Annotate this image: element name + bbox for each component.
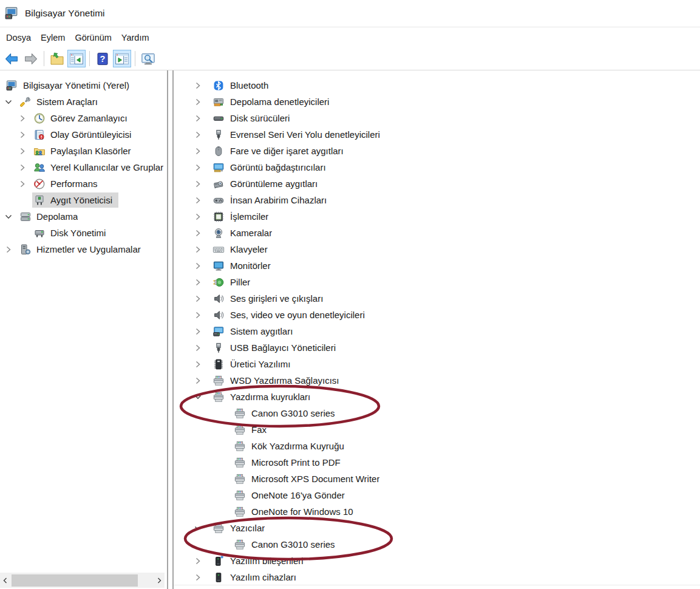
tree-item-monitorler[interactable]: Monitörler — [174, 257, 700, 274]
tree-item-uretici-yazilimi[interactable]: Üretici Yazılımı — [174, 356, 700, 372]
chevron-right-icon[interactable] — [19, 115, 32, 122]
tree-item-goruntu-bagdastiricilari[interactable]: Görüntü bağdaştırıcıları — [174, 159, 700, 175]
tree-item-gorev-zamanlayici[interactable]: Görev Zamanlayıcı — [0, 110, 167, 126]
toolbar-show-hide-console-tree-button[interactable] — [67, 50, 86, 67]
tree-item-onenote-for-windows-10[interactable]: OneNote for Windows 10 — [174, 503, 700, 520]
chevron-right-icon[interactable] — [194, 574, 211, 581]
tree-item-depolama-denetleyicileri[interactable]: Depolama denetleyicileri — [174, 94, 700, 110]
tree-item-yazicilar[interactable]: Yazıcılar — [174, 520, 700, 536]
services-applications-icon — [19, 243, 32, 256]
row-content: OneNote 16'ya Gönder — [233, 488, 351, 503]
chevron-right-icon[interactable] — [194, 213, 211, 220]
tree-item-label: Ses, video ve oyun denetleyicileri — [230, 310, 365, 320]
chevron-right-icon[interactable] — [194, 230, 211, 237]
chevron-down-icon[interactable] — [5, 98, 18, 106]
chevron-right-icon[interactable] — [194, 164, 211, 171]
tree-item-label: Klavyeler — [230, 244, 268, 254]
tree-item-usb-baglayici-yoneticileri[interactable]: USB Bağlayıcı Yöneticileri — [174, 339, 700, 356]
chevron-right-icon[interactable] — [194, 279, 211, 286]
tree-item-aygit-yoneticisi[interactable]: Aygıt Yöneticisi — [0, 192, 167, 208]
tree-item-wsd-yazdirma-saglayicisi[interactable]: WSD Yazdırma Sağlayıcısı — [174, 372, 700, 389]
chevron-right-icon[interactable] — [194, 377, 211, 384]
toolbar-show-hide-action-pane-button[interactable] — [113, 50, 131, 67]
chevron-down-icon[interactable] — [194, 393, 211, 401]
menu-bar: DosyaEylemGörünümYardım — [0, 27, 700, 47]
tree-item-fax[interactable]: Fax — [174, 421, 700, 438]
toolbar-forward-button[interactable] — [22, 50, 40, 67]
tree-item-kameralar[interactable]: Kameralar — [174, 225, 700, 241]
chevron-right-icon[interactable] — [194, 180, 211, 188]
chevron-right-icon[interactable] — [194, 197, 211, 204]
menu-gorunum[interactable]: Görünüm — [70, 29, 116, 47]
tree-item-paylasilan-klasorler[interactable]: Paylaşılan Klasörler — [0, 143, 167, 159]
tree-item-goruntuleme-aygitlari[interactable]: Görüntüleme aygıtları — [174, 175, 700, 192]
tree-item-olay-goruntuleyicisi[interactable]: Olay Görüntüleyicisi — [0, 126, 167, 143]
scroll-right-arrow-icon[interactable] — [154, 577, 165, 584]
chevron-right-icon[interactable] — [194, 115, 211, 122]
row-content: Evrensel Seri Veri Yolu denetleyicileri — [211, 127, 386, 142]
tree-item-depolama[interactable]: Depolama — [0, 208, 167, 225]
menu-eylem[interactable]: Eylem — [36, 29, 70, 47]
tree-item-canon-g3010-series[interactable]: Canon G3010 series — [174, 405, 700, 421]
tree-item-ses-video-ve-oyun-denetleyicileri[interactable]: Ses, video ve oyun denetleyicileri — [174, 307, 700, 323]
menu-dosya[interactable]: Dosya — [1, 29, 36, 47]
tree-item-ses-girisleri-ve-cikislari[interactable]: Ses girişleri ve çıkışları — [174, 290, 700, 307]
tree-item-disk-suruculeri[interactable]: Disk sürücüleri — [174, 110, 700, 126]
tree-item-canon-g3010-series[interactable]: Canon G3010 series — [174, 536, 700, 553]
toolbar-scan-hardware-changes-button[interactable] — [139, 50, 157, 67]
printer-icon — [234, 473, 246, 485]
chevron-right-icon[interactable] — [194, 262, 211, 270]
tree-item-hizmetler-ve-uygulamalar[interactable]: Hizmetler ve Uygulamalar — [0, 241, 167, 257]
chevron-right-icon[interactable] — [194, 295, 211, 302]
tree-item-performans[interactable]: Performans — [0, 175, 167, 192]
chevron-right-icon[interactable] — [194, 557, 211, 565]
tree-item-klavyeler[interactable]: Klavyeler — [174, 241, 700, 257]
chevron-right-icon[interactable] — [19, 164, 32, 171]
tree-item-yerel-kullanicilar-ve-gruplar[interactable]: Yerel Kullanıcılar ve Gruplar — [0, 159, 167, 175]
tree-item-piller[interactable]: Piller — [174, 274, 700, 290]
chevron-down-icon[interactable] — [5, 213, 18, 220]
chevron-right-icon[interactable] — [194, 361, 211, 368]
chevron-right-icon[interactable] — [194, 246, 211, 253]
tree-item-sistem-araclari[interactable]: Sistem Araçları — [0, 94, 167, 110]
tree-item-evrensel-seri-veri-yolu-denetleyicileri[interactable]: Evrensel Seri Veri Yolu denetleyicileri — [174, 126, 700, 143]
toolbar-help-button[interactable]: ? — [93, 50, 112, 67]
scroll-left-arrow-icon[interactable] — [0, 577, 11, 584]
chevron-right-icon[interactable] — [194, 328, 211, 335]
tree-item-yazilim-bilesenleri[interactable]: Yazılım bileşenleri — [174, 553, 700, 569]
chevron-right-icon[interactable] — [194, 312, 211, 319]
chevron-right-icon[interactable] — [194, 148, 211, 155]
tree-item-kok-yazdirma-kuyrugu[interactable]: Kök Yazdırma Kuyruğu — [174, 438, 700, 454]
tree-item-yazilim-cihazlari[interactable]: Yazılım cihazları — [174, 569, 700, 585]
tree-item-insan-arabirim-cihazlari[interactable]: İnsan Arabirim Cihazları — [174, 192, 700, 208]
tree-item-sistem-aygitlari[interactable]: Sistem aygıtları — [174, 323, 700, 339]
toolbar-back-button[interactable] — [2, 50, 21, 67]
toolbar-up-one-level-button[interactable] — [48, 50, 66, 67]
tree-item-fare-ve-diger-isaret-aygitlari[interactable]: Fare ve diğer işaret aygıtları — [174, 143, 700, 159]
chevron-right-icon[interactable] — [194, 131, 211, 138]
chevron-right-icon[interactable] — [19, 180, 32, 188]
chevron-right-icon[interactable] — [194, 344, 211, 352]
tree-item-onenote-16-ya-gonder[interactable]: OneNote 16'ya Gönder — [174, 487, 700, 503]
chevron-right-icon[interactable] — [194, 82, 211, 89]
audio-device-icon — [212, 293, 225, 305]
scrollbar-track[interactable] — [11, 573, 154, 588]
chevron-right-icon[interactable] — [19, 148, 32, 155]
chevron-right-icon[interactable] — [194, 98, 211, 106]
chevron-down-icon[interactable] — [194, 525, 211, 532]
menu-yardim[interactable]: Yardım — [117, 29, 154, 47]
scrollbar-thumb[interactable] — [12, 574, 138, 587]
tree-item-microsoft-xps-document-writer[interactable]: Microsoft XPS Document Writer — [174, 471, 700, 487]
chevron-right-icon[interactable] — [19, 131, 32, 138]
storage-icon — [19, 211, 32, 223]
horizontal-scrollbar[interactable] — [0, 573, 165, 588]
chevron-right-icon[interactable] — [5, 246, 18, 253]
tree-item-islemciler[interactable]: İşlemciler — [174, 208, 700, 225]
local-users-groups-icon — [33, 162, 46, 174]
tree-item-disk-yonetimi[interactable]: Disk Yönetimi — [0, 225, 167, 241]
tree-item-yazdirma-kuyruklari[interactable]: Yazdırma kuyrukları — [174, 389, 700, 405]
tree-item-microsoft-print-to-pdf[interactable]: Microsoft Print to PDF — [174, 454, 700, 471]
tree-item-label: Canon G3010 series — [251, 408, 335, 418]
tree-item-bluetooth[interactable]: Bluetooth — [174, 77, 700, 94]
tree-item-bilgisayar-yonetimi-yerel[interactable]: Bilgisayar Yönetimi (Yerel) — [0, 77, 167, 94]
